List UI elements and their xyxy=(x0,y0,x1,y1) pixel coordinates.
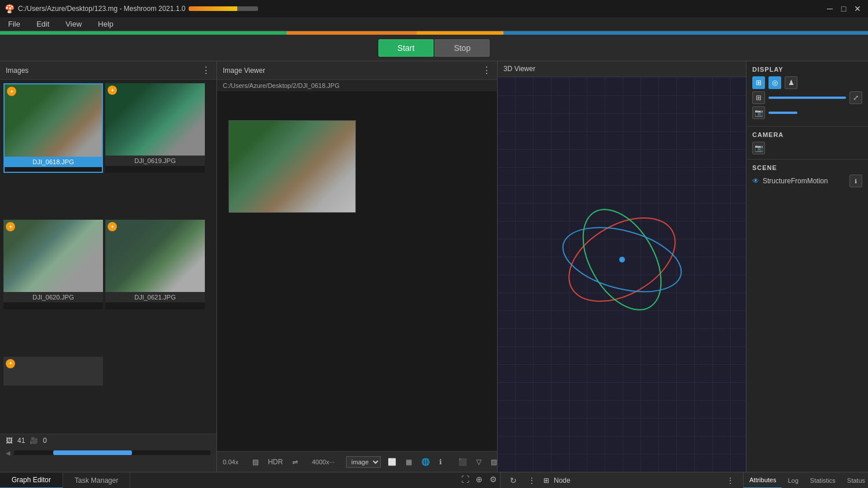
link-icon-btn[interactable]: ⇌ xyxy=(290,457,300,467)
node-panel-more-btn[interactable]: ⋮ xyxy=(723,474,737,487)
channel-select[interactable]: image xyxy=(346,456,381,468)
stop-button[interactable]: Stop xyxy=(435,39,490,57)
images-scroll-bar[interactable]: ◀ xyxy=(0,447,216,459)
rect-icon-btn[interactable]: ⬛ xyxy=(456,457,469,467)
scroll-track[interactable] xyxy=(14,450,211,455)
display-view-buttons: ⊞ ◎ ♟ xyxy=(752,76,862,89)
main-area: Images ⋮ ✦ DJI_0618.JPG ✦ xyxy=(0,61,868,472)
bottom-area: Graph Editor Task Manager ⛶ ⊕ ⚙ CameraIn… xyxy=(0,472,868,488)
3d-viewer-content[interactable] xyxy=(498,77,746,472)
image-preview-0621: ✦ xyxy=(105,220,205,292)
image-preview-0618: ✦ xyxy=(5,84,102,157)
minimize-button[interactable]: ─ xyxy=(824,3,836,14)
camera-title: CAMERA xyxy=(752,131,862,138)
svg-point-3 xyxy=(619,257,625,263)
progress-green xyxy=(0,31,286,35)
image-thumb-0620[interactable]: ✦ DJI_0620.JPG xyxy=(3,220,103,309)
hdr-button[interactable]: HDR xyxy=(266,457,285,467)
window-controls[interactable]: ─ □ ✕ xyxy=(824,3,863,14)
tab-graph-editor[interactable]: Graph Editor xyxy=(0,472,63,488)
settings-icon-btn-graph[interactable]: ⚙ xyxy=(486,472,500,486)
node-details-panel: ↻ ⋮ ⊞ Node ⋮ xyxy=(501,472,744,488)
grid-view-button[interactable]: ⊞ xyxy=(752,76,765,89)
images-menu-button[interactable]: ⋮ xyxy=(201,65,211,76)
image-viewer-menu-button[interactable]: ⋮ xyxy=(482,65,491,76)
menu-edit[interactable]: Edit xyxy=(33,19,53,29)
progress-fill xyxy=(189,6,237,11)
tab-task-manager[interactable]: Task Manager xyxy=(63,472,130,488)
image-label-0621: DJI_0621.JPG xyxy=(105,292,205,302)
image-icon-partial: ✦ xyxy=(6,359,15,368)
color-progress-bar xyxy=(0,31,868,35)
progress-bar xyxy=(189,6,258,11)
image-label-0619: DJI_0619.JPG xyxy=(105,156,205,166)
image-viewer-toolbar: 0.04x ▨ HDR ⇌ 4000x··· image ⬜ ▦ 🌐 ℹ ⬛ ▽… xyxy=(217,451,497,472)
video-count: 0 xyxy=(43,437,47,445)
cam-icon-btn-sm[interactable]: 📷 xyxy=(752,106,765,119)
node-panel-icon: ⊞ xyxy=(543,476,549,485)
tab-statistics[interactable]: Statistics xyxy=(804,472,841,488)
scene-item: 👁 StructureFromMotion ℹ xyxy=(752,175,862,187)
scene-info-btn[interactable]: ℹ xyxy=(849,175,862,187)
menu-file[interactable]: File xyxy=(5,19,24,29)
orbit-visualization xyxy=(547,184,697,335)
progress-yellow xyxy=(417,31,503,35)
properties-panel: DISPLAY ⊞ ◎ ♟ ⊞ ⤢ 📷 CAMERA 📷 SCENE 👁 xyxy=(746,61,868,472)
display-slider-1[interactable] xyxy=(768,97,846,99)
crosshair-icon-btn[interactable]: ⊕ xyxy=(472,472,486,486)
scroll-thumb[interactable] xyxy=(53,450,132,455)
start-button[interactable]: Start xyxy=(378,39,434,57)
image-thumb-0618[interactable]: ✦ DJI_0618.JPG xyxy=(3,83,103,173)
graph-editor-panel: Graph Editor Task Manager ⛶ ⊕ ⚙ CameraIn… xyxy=(0,472,501,488)
scroll-icon-prev: ◀ xyxy=(6,450,10,456)
fit-icon-btn[interactable]: ⬜ xyxy=(385,457,399,467)
refresh-icon-btn[interactable]: ↻ xyxy=(506,474,520,487)
image-viewer-content[interactable] xyxy=(217,91,497,451)
action-bar: Start Stop xyxy=(0,35,868,61)
display-slider-row-1: ⊞ ⤢ xyxy=(752,91,862,104)
image-filepath: C:/Users/Azure/Desktop/2/DJI_0618.JPG xyxy=(217,80,497,91)
fullscreen-icon-btn[interactable]: ⛶ xyxy=(458,472,472,486)
title-bar: 🍄 C:/Users/Azure/Desktop/123.mg - Meshro… xyxy=(0,0,868,17)
display-title: DISPLAY xyxy=(752,66,862,73)
scene-eye-icon: 👁 xyxy=(752,177,759,185)
menu-view[interactable]: View xyxy=(62,19,85,29)
histogram-icon-btn[interactable]: ▦ xyxy=(403,457,414,467)
images-header: Images ⋮ xyxy=(0,61,216,80)
3d-viewer-title: 3D Viewer xyxy=(503,65,535,73)
image-thumb-0621[interactable]: ✦ DJI_0621.JPG xyxy=(105,220,205,309)
node-panel-header: ↻ ⋮ ⊞ Node ⋮ xyxy=(501,472,743,488)
image-preview-0619: ✦ xyxy=(105,83,205,156)
grid-icon-btn[interactable]: ⊞ xyxy=(752,91,765,104)
display-slider-2[interactable] xyxy=(768,112,797,114)
globe-icon-btn[interactable]: 🌐 xyxy=(419,457,432,467)
viewer-image xyxy=(229,120,356,213)
image-preview-0620: ✦ xyxy=(3,220,103,292)
image-thumb-partial[interactable]: ✦ xyxy=(3,357,103,386)
node-panel-title: Node xyxy=(554,476,571,485)
camera-section: CAMERA 📷 xyxy=(746,127,868,160)
info-icon-btn[interactable]: ℹ xyxy=(437,457,444,467)
camera-icon-btn[interactable]: 📷 xyxy=(752,142,765,154)
hatch-icon-btn[interactable]: ▨ xyxy=(250,457,261,467)
attributes-tabs: Attributes Log Statistics Status Documen… xyxy=(744,472,868,488)
close-button[interactable]: ✕ xyxy=(852,3,863,14)
image-thumb-0619[interactable]: ✦ DJI_0619.JPG xyxy=(105,83,205,173)
image-preview-partial: ✦ xyxy=(3,357,103,386)
images-grid[interactable]: ✦ DJI_0618.JPG ✦ DJI_0619.JPG ✦ xyxy=(0,80,216,434)
tab-status[interactable]: Status xyxy=(841,472,868,488)
tab-log[interactable]: Log xyxy=(782,472,804,488)
menu-help[interactable]: Help xyxy=(94,19,117,29)
image-viewer-panel: Image Viewer ⋮ C:/Users/Azure/Desktop/2/… xyxy=(217,61,498,472)
target-view-button[interactable]: ◎ xyxy=(768,76,781,89)
3d-viewer-header: 3D Viewer xyxy=(498,61,746,77)
expand-icon-btn[interactable]: ⤢ xyxy=(849,91,862,104)
node-menu-btn[interactable]: ⋮ xyxy=(525,474,539,487)
zoom-level: 0.04x xyxy=(223,459,238,465)
figure-view-button[interactable]: ♟ xyxy=(785,76,797,89)
maximize-button[interactable]: □ xyxy=(838,3,849,14)
display-slider-row-2: 📷 xyxy=(752,106,862,119)
scene-section: SCENE 👁 StructureFromMotion ℹ xyxy=(746,160,868,192)
tab-attributes[interactable]: Attributes xyxy=(744,472,782,488)
filter-icon-btn[interactable]: ▽ xyxy=(474,457,484,467)
